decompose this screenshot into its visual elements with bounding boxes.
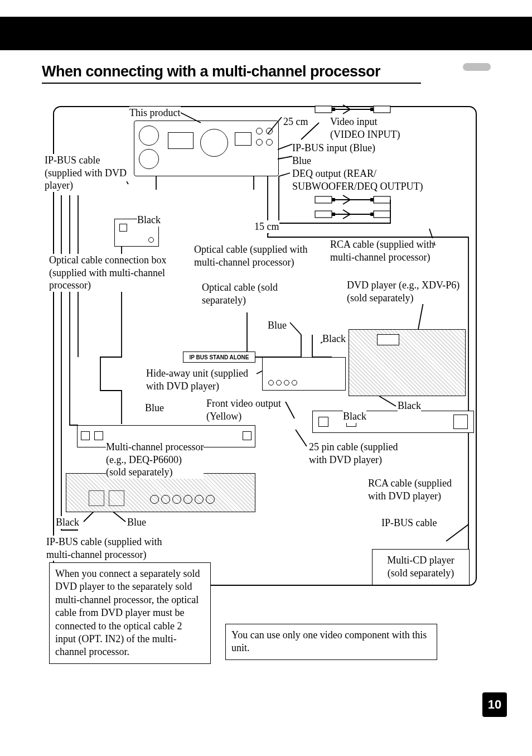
label-optical-sold: Optical cable (sold separately) [202, 281, 278, 306]
multi-channel-processor [66, 473, 255, 512]
heading-underline [42, 83, 421, 84]
hideaway-unit [262, 357, 346, 391]
connector-bar [312, 411, 474, 433]
label-mcp: Multi-channel processor (e.g., DEQ-P6600… [106, 441, 204, 479]
note-video: You can use only one video component wit… [225, 624, 437, 660]
label-blue-4: Blue [127, 516, 146, 529]
label-deq-output: DEQ output (REAR/ SUBWOOFER/DEQ OUTPUT) [292, 167, 423, 192]
label-rca-supplied: RCA cable (supplied with multi-channel p… [330, 238, 434, 263]
multi-cd-box: Multi-CD player (sold separately) [372, 549, 470, 585]
label-optical-supplied: Optical cable (supplied with multi-chann… [194, 243, 307, 268]
label-rca-dvd: RCA cable (supplied with DVD player) [368, 477, 452, 502]
header-black-band [0, 17, 532, 50]
label-blue-1: Blue [292, 155, 311, 167]
label-black-5: Black [56, 516, 79, 529]
label-blue-3: Blue [145, 402, 164, 415]
label-black-3: Black [343, 410, 366, 423]
label-dvd-player: DVD player (e.g., XDV-P6) (sold separate… [347, 279, 460, 304]
label-black-2: Black [322, 333, 346, 345]
label-ipbus-mcp: IP-BUS cable (supplied with multi-channe… [46, 536, 162, 561]
label-ipbus-dvd: IP-BUS cable (supplied with DVD player) [45, 154, 127, 192]
label-this-product: This product [129, 107, 181, 119]
page-side-tab [463, 63, 491, 71]
head-unit-device [134, 121, 279, 176]
label-front-video: Front video output (Yellow) [206, 397, 281, 422]
dvd-player-device [349, 329, 466, 396]
ip-bus-switch: IP BUS STAND ALONE [183, 351, 255, 363]
label-25cm: 25 cm [283, 115, 308, 128]
label-ipbus-input: IP-BUS input (Blue) [292, 142, 375, 155]
note-optical: When you connect a separately sold DVD p… [49, 562, 211, 664]
page-number: 10 [482, 692, 507, 717]
label-hideaway: Hide-away unit (supplied with DVD player… [146, 367, 248, 392]
label-black-4: Black [398, 399, 421, 412]
label-video-input: Video input (VIDEO INPUT) [330, 115, 400, 141]
label-15cm: 15 cm [254, 220, 279, 233]
label-25pin: 25 pin cable (supplied with DVD player) [309, 441, 398, 466]
label-blue-2: Blue [268, 319, 287, 332]
label-optical-box: Optical cable connection box (supplied w… [49, 254, 166, 292]
section-heading: When connecting with a multi-channel pro… [42, 63, 380, 80]
label-black-1: Black [137, 214, 161, 227]
switch-label: IP BUS STAND ALONE [189, 354, 249, 360]
label-ipbus-cable: IP-BUS cable [381, 517, 437, 529]
